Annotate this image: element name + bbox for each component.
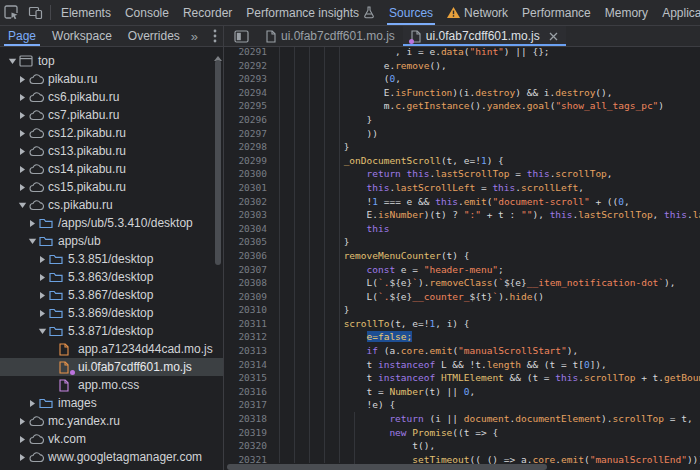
tree-item-cs14-pikabu-ru[interactable]: cs14.pikabu.ru xyxy=(0,160,223,178)
code-text[interactable]: return this.lastScrollTop = this.scrollT… xyxy=(275,167,700,181)
code-text[interactable]: this.lastScrollLeft = this.scrollLeft, xyxy=(275,181,700,195)
code-text[interactable]: _onDocumentScroll(t, e=!1) { xyxy=(275,154,700,168)
tree-item-app-mo-css[interactable]: app.mo.css xyxy=(0,376,223,394)
close-tab-icon[interactable] xyxy=(549,32,558,41)
expander-closed-icon[interactable] xyxy=(16,435,29,444)
line-number[interactable]: 20302 xyxy=(224,195,275,209)
line-number[interactable]: 20299 xyxy=(224,154,275,168)
line-number[interactable]: 20313 xyxy=(224,344,275,358)
panel-tab-sources[interactable]: Sources xyxy=(382,0,440,25)
expander-closed-icon[interactable] xyxy=(16,147,29,156)
panel-tab-recorder[interactable]: Recorder xyxy=(176,0,239,25)
tree-item-top[interactable]: top xyxy=(0,52,223,70)
line-number[interactable]: 20310 xyxy=(224,303,275,317)
line-number[interactable]: 20309 xyxy=(224,290,275,304)
line-number[interactable]: 20304 xyxy=(224,222,275,236)
code-text[interactable]: , i = e.data("hint") || {}; xyxy=(275,47,700,59)
expander-closed-icon[interactable] xyxy=(16,183,29,192)
expander-open-icon[interactable] xyxy=(26,238,39,245)
scrollbar-thumb[interactable] xyxy=(215,60,221,265)
line-number[interactable]: 20293 xyxy=(224,72,275,86)
navigator-tab-page[interactable]: Page xyxy=(0,26,44,46)
code-text[interactable]: L(`.${e}__counter_${t}`).hide() xyxy=(275,290,700,304)
inspect-element-button[interactable] xyxy=(0,0,24,25)
horizontal-scrollbar-thumb[interactable] xyxy=(227,464,547,470)
code-text[interactable]: this xyxy=(275,222,700,236)
line-number[interactable]: 20315 xyxy=(224,371,275,385)
tree-item-5-3-851-desktop[interactable]: 5.3.851/desktop xyxy=(0,250,223,268)
tree-item-cs15-pikabu-ru[interactable]: cs15.pikabu.ru xyxy=(0,178,223,196)
code-text[interactable]: return (i || document.documentElement).s… xyxy=(275,412,700,426)
tree-item-ui-0fab7cdff601-mo-js[interactable]: ui.0fab7cdff601.mo.js xyxy=(0,358,223,376)
expander-closed-icon[interactable] xyxy=(16,453,29,462)
line-number[interactable]: 20311 xyxy=(224,317,275,331)
more-tabs-button[interactable]: » xyxy=(188,26,201,46)
expander-closed-icon[interactable] xyxy=(26,219,39,228)
expander-open-icon[interactable] xyxy=(36,328,49,335)
line-number[interactable]: 20306 xyxy=(224,249,275,263)
code-text[interactable]: t instanceof L && !t.length && (t = t[0]… xyxy=(275,358,700,372)
code-text[interactable]: E.isFunction)(i.destroy) && i.destroy(), xyxy=(275,86,700,100)
line-number[interactable]: 20292 xyxy=(224,59,275,73)
line-number[interactable]: 20294 xyxy=(224,86,275,100)
expander-closed-icon[interactable] xyxy=(36,255,49,264)
expander-closed-icon[interactable] xyxy=(16,417,29,426)
code-text[interactable]: } xyxy=(275,140,700,154)
line-number[interactable]: 20320 xyxy=(224,439,275,453)
tree-item-cs-pikabu-ru[interactable]: cs.pikabu.ru xyxy=(0,196,223,214)
panel-tab-application[interactable]: Application xyxy=(655,0,700,25)
tree-item-5-3-871-desktop[interactable]: 5.3.871/desktop xyxy=(0,322,223,340)
code-text[interactable]: scrollTo(t, e=!1, i) { xyxy=(275,317,700,331)
code-text[interactable]: if (a.core.emit("manualScrollStart"), xyxy=(275,344,700,358)
code-text[interactable]: } xyxy=(275,303,700,317)
line-number[interactable]: 20298 xyxy=(224,140,275,154)
panel-tab-elements[interactable]: Elements xyxy=(54,0,118,25)
tree-item-cs12-pikabu-ru[interactable]: cs12.pikabu.ru xyxy=(0,124,223,142)
expander-closed-icon[interactable] xyxy=(36,273,49,282)
code-text[interactable]: e=false; xyxy=(275,330,700,344)
toggle-navigator-button[interactable] xyxy=(224,26,258,46)
code-text[interactable]: new Promise((t => { xyxy=(275,426,700,440)
line-number[interactable]: 20305 xyxy=(224,235,275,249)
expander-closed-icon[interactable] xyxy=(16,93,29,102)
tree-item-apps-ub[interactable]: apps/ub xyxy=(0,232,223,250)
expander-open-icon[interactable] xyxy=(16,202,29,209)
tree-item-cs7-pikabu-ru[interactable]: cs7.pikabu.ru xyxy=(0,106,223,124)
navigator-tab-overrides[interactable]: Overrides xyxy=(120,26,188,46)
device-toolbar-button[interactable] xyxy=(24,0,48,25)
tree-item-vk-com[interactable]: vk.com xyxy=(0,430,223,448)
code-editor[interactable]: 20291 , i = e.data("hint") || {};20292 e… xyxy=(224,47,700,470)
line-number[interactable]: 20312 xyxy=(224,330,275,344)
editor-tab-ui-0fab7cdff601-mo-js[interactable]: ui.0fab7cdff601.mo.js xyxy=(258,26,403,46)
sidebar-scrollbar[interactable] xyxy=(213,47,223,470)
code-text[interactable]: !e) { xyxy=(275,398,700,412)
tree-item-images[interactable]: images xyxy=(0,394,223,412)
line-number[interactable]: 20308 xyxy=(224,276,275,290)
tree-item-mc-yandex-ru[interactable]: mc.yandex.ru xyxy=(0,412,223,430)
code-text[interactable]: E.isNumber)(t) ? ":" + t : ""), this.las… xyxy=(275,208,700,222)
code-text[interactable]: t(), xyxy=(275,439,700,453)
expander-open-icon[interactable] xyxy=(6,58,19,65)
panel-tab-memory[interactable]: Memory xyxy=(598,0,655,25)
tree-item-5-3-869-desktop[interactable]: 5.3.869/desktop xyxy=(0,304,223,322)
line-number[interactable]: 20295 xyxy=(224,99,275,113)
code-text[interactable]: removeMenuCounter(t) { xyxy=(275,249,700,263)
tree-item-cs6-pikabu-ru[interactable]: cs6.pikabu.ru xyxy=(0,88,223,106)
expander-closed-icon[interactable] xyxy=(36,291,49,300)
expander-closed-icon[interactable] xyxy=(36,309,49,318)
panel-tab-performance-insights[interactable]: Performance insights xyxy=(239,0,382,25)
line-number[interactable]: 20307 xyxy=(224,263,275,277)
panel-tab-console[interactable]: Console xyxy=(118,0,176,25)
code-text[interactable]: t = Number(t) || 0, xyxy=(275,385,700,399)
code-text[interactable]: t instanceof HTMLElement && (t = this.sc… xyxy=(275,371,700,385)
code-text[interactable]: (0, xyxy=(275,72,700,86)
overflow-menu-button[interactable] xyxy=(207,26,223,46)
line-number[interactable]: 20297 xyxy=(224,127,275,141)
tree-item-www-googletagmanager-com[interactable]: www.googletagmanager.com xyxy=(0,448,223,466)
panel-tab-network[interactable]: Network xyxy=(440,0,515,25)
expander-closed-icon[interactable] xyxy=(16,111,29,120)
navigator-tab-workspace[interactable]: Workspace xyxy=(44,26,120,46)
line-number[interactable]: 20316 xyxy=(224,385,275,399)
tree-item-item[interactable] xyxy=(0,466,223,470)
expander-closed-icon[interactable] xyxy=(16,129,29,138)
